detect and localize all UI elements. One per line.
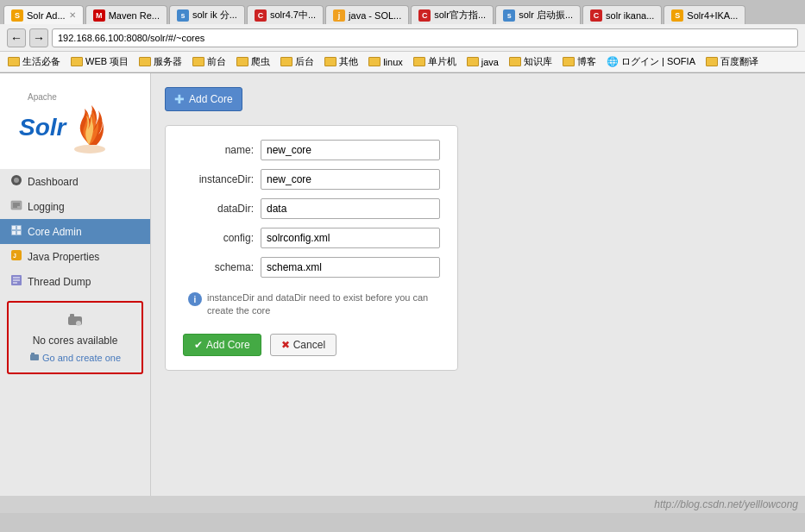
tab-close-icon[interactable]: ✕ [69,10,76,20]
tab-active[interactable]: S Solr Ad... ✕ [3,5,84,24]
tab-5[interactable]: j java - SOL... [325,5,409,24]
tab-favicon-8: C [590,9,602,22]
bookmark-12[interactable]: 博客 [558,54,601,69]
form-row-config: config: [183,228,440,248]
tab-3[interactable]: s solr ik 分... [169,5,245,24]
svg-text:J: J [13,253,16,259]
bookmark-10[interactable]: java [462,56,503,68]
tab-8[interactable]: C solr ikana... [582,5,662,24]
submit-add-core-button[interactable]: ✔ Add Core [183,334,261,356]
tab-favicon-9: S [671,9,683,22]
status-url: http://blog.csdn.net/yelllowcong [654,498,798,510]
instancedir-input[interactable] [261,169,440,190]
sidebar: Apache Solr [0,73,151,496]
solr-label: Solr [19,114,66,141]
sidebar-item-logging[interactable]: Logging [0,194,150,219]
name-input[interactable] [261,140,440,160]
bookmark-4[interactable]: 前台 [188,54,230,69]
core-admin-label: Core Admin [28,226,82,238]
back-button[interactable]: ← [7,28,26,47]
bookmark-9[interactable]: 单片机 [409,54,461,69]
sidebar-item-java-properties[interactable]: J Java Properties [0,244,150,269]
tab-7[interactable]: s solr 启动振... [495,5,581,24]
config-label: config: [183,232,261,244]
tab-label-4: solr4.7中... [270,9,316,22]
solr-logo: Apache Solr [10,84,140,159]
bookmark-3[interactable]: 服务器 [135,54,186,69]
nav-bar: ← → [0,24,805,52]
no-cores-link-text: Go and create one [42,353,121,363]
bookmark-7[interactable]: 其他 [320,54,362,69]
bookmark-8[interactable]: linux [364,56,407,68]
bookmark-14[interactable]: 百度翻译 [701,54,763,69]
svg-rect-22 [31,353,35,356]
dashboard-icon [10,174,22,189]
tab-6[interactable]: C solr官方指... [411,5,494,24]
forward-button[interactable]: → [29,28,48,47]
tab-favicon-6: C [418,9,431,22]
svg-rect-8 [12,226,16,229]
tab-favicon-5: j [333,9,345,22]
folder-icon-2 [71,57,83,66]
no-cores-box: No cores available Go and create one [7,301,143,374]
schema-input[interactable] [261,257,440,278]
cancel-button[interactable]: ✖ Cancel [270,334,336,356]
sidebar-item-dashboard[interactable]: Dashboard [0,169,150,194]
tab-favicon-7: s [503,9,515,22]
tab-label-9: Solr4+IKA... [687,10,738,21]
add-core-button[interactable]: ✚ Add Core [165,87,242,111]
tab-4[interactable]: C solr4.7中... [247,5,324,24]
thread-dump-icon [10,274,22,289]
folder-icon-7 [324,57,336,66]
schema-label: schema: [183,261,261,273]
tab-favicon-4: C [255,9,267,22]
tab-9[interactable]: S Solr4+IKA... [663,5,745,24]
svg-point-2 [14,178,19,183]
form-actions: ✔ Add Core ✖ Cancel [183,334,440,356]
add-core-header: ✚ Add Core [165,87,791,111]
tab-favicon-2: M [93,9,105,22]
tab-favicon: S [11,9,23,22]
sidebar-item-core-admin[interactable]: Core Admin [0,219,150,244]
info-text: instanceDir and dataDir need to exist be… [207,291,435,318]
config-input[interactable] [261,228,440,248]
svg-rect-10 [12,231,16,235]
folder-icon-3 [139,57,151,66]
folder-icon-14 [706,57,718,66]
bookmark-5[interactable]: 爬虫 [232,54,274,69]
folder-icon-8 [368,57,380,66]
apache-label: Apache [28,92,113,102]
bookmark-2[interactable]: WEB 项目 [66,54,133,69]
tab-bar: S Solr Ad... ✕ M Maven Re... s solr ik 分… [0,0,805,24]
folder-icon-6 [280,57,292,66]
datadir-label: dataDir: [183,203,261,215]
solr-flame-icon [66,102,113,153]
no-cores-link[interactable]: Go and create one [17,352,133,364]
svg-rect-19 [70,314,74,318]
bookmarks-bar: 生活必备 WEB 项目 服务器 前台 爬虫 后台 其他 linux 单片机 ja… [0,52,805,72]
folder-icon-4 [192,57,204,66]
sidebar-item-thread-dump[interactable]: Thread Dump [0,269,150,294]
folder-icon-12 [563,57,575,66]
folder-icon-10 [467,57,479,66]
svg-point-0 [74,145,105,153]
tab-label-5: java - SOL... [349,10,401,21]
bookmark-1[interactable]: 生活必备 [3,54,65,69]
name-label: name: [183,144,261,156]
status-bar: http://blog.csdn.net/yelllowcong [0,496,805,513]
datadir-input[interactable] [261,198,440,219]
solr-text: Apache Solr [19,92,113,153]
checkmark-icon: ✔ [194,339,203,351]
no-cores-title: No cores available [17,335,133,347]
logging-label: Logging [28,201,65,213]
address-bar[interactable] [52,28,798,47]
form-row-name: name: [183,140,440,160]
cancel-x-icon: ✖ [281,339,290,351]
tab-label-6: solr官方指... [434,9,486,22]
bookmark-6[interactable]: 后台 [276,54,318,69]
bookmark-13[interactable]: 🌐 ログイン | SOFIA [602,54,700,69]
tab-label-7: solr 启动振... [519,9,573,22]
bookmark-11[interactable]: 知识库 [505,54,557,69]
app: Apache Solr [0,73,805,496]
tab-2[interactable]: M Maven Re... [85,5,167,24]
